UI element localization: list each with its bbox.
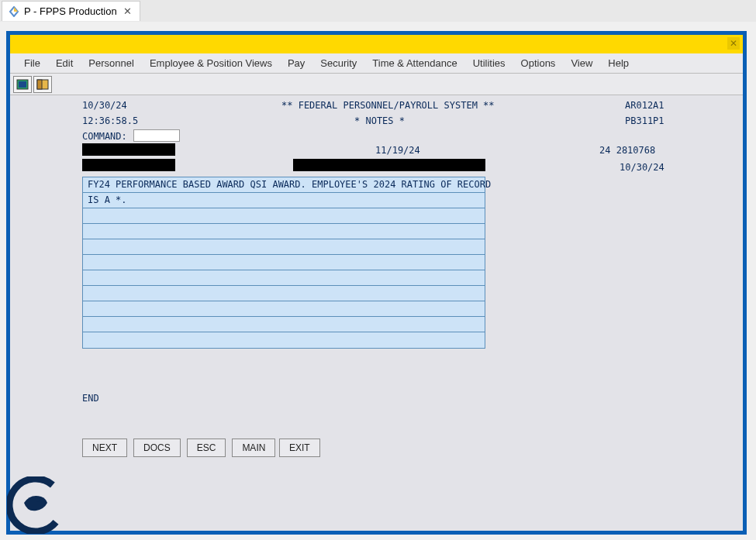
menu-options[interactable]: Options [513, 54, 564, 72]
batch-number: 24 2810768 [599, 145, 655, 156]
redacted-field [293, 159, 485, 171]
run-date: 10/30/24 [620, 162, 665, 173]
note-line[interactable] [83, 301, 485, 317]
note-line[interactable] [83, 208, 485, 224]
menu-pay[interactable]: Pay [280, 54, 312, 72]
note-line[interactable] [83, 332, 485, 348]
note-line[interactable] [83, 270, 485, 286]
screen-id: AR012A1 [625, 100, 665, 111]
toolbar [10, 74, 743, 95]
exit-button[interactable]: EXIT [279, 439, 320, 457]
toolbar-btn-panel-icon[interactable] [33, 76, 52, 93]
redacted-field [82, 143, 175, 156]
docs-button[interactable]: DOCS [133, 439, 181, 457]
browser-tab[interactable]: P - FPPS Production ✕ [2, 1, 140, 21]
note-line[interactable] [83, 224, 485, 239]
esc-button[interactable]: ESC [187, 439, 226, 457]
note-line[interactable] [83, 286, 485, 301]
note-line[interactable] [83, 239, 485, 255]
app-window: ✕ File Edit Personnel Employee & Positio… [6, 31, 747, 535]
header-date: 10/30/24 [82, 100, 127, 111]
menu-bar: File Edit Personnel Employee & Position … [10, 53, 743, 74]
note-line[interactable]: FY24 PERFORMANCE BASED AWARD QSI AWARD. … [83, 177, 485, 193]
menu-time-attendance[interactable]: Time & Attendance [364, 54, 464, 72]
menu-help[interactable]: Help [600, 54, 637, 72]
notes-box: FY24 PERFORMANCE BASED AWARD QSI AWARD. … [82, 177, 485, 349]
note-line[interactable] [83, 255, 485, 270]
app-icon [9, 6, 19, 17]
end-marker: END [82, 393, 99, 404]
browser-tab-bar: P - FPPS Production ✕ [0, 0, 756, 22]
menu-personnel[interactable]: Personnel [81, 54, 142, 72]
note-line[interactable] [83, 317, 485, 332]
menu-file[interactable]: File [16, 54, 48, 72]
system-title: ** FEDERAL PERSONNEL/PAYROLL SYSTEM ** [281, 100, 495, 111]
menu-utilities[interactable]: Utilities [465, 54, 513, 72]
agency-logo-icon [7, 476, 64, 534]
effective-date: 11/19/24 [375, 145, 420, 156]
svg-rect-5 [37, 80, 42, 89]
main-button[interactable]: MAIN [232, 439, 275, 457]
menu-security[interactable]: Security [312, 54, 364, 72]
command-label: COMMAND: [82, 131, 127, 142]
menu-view[interactable]: View [563, 54, 600, 72]
tab-close-icon[interactable]: ✕ [122, 5, 133, 17]
command-input[interactable] [133, 129, 180, 142]
tab-title: P - FPPS Production [24, 5, 117, 17]
next-button[interactable]: NEXT [82, 439, 127, 457]
panel-id: PB311P1 [625, 115, 665, 126]
menu-employee-position-views[interactable]: Employee & Position Views [142, 54, 280, 72]
toolbar-btn-screen-icon[interactable] [13, 76, 32, 93]
terminal-content: 10/30/24 ** FEDERAL PERSONNEL/PAYROLL SY… [10, 95, 743, 531]
svg-rect-3 [19, 81, 26, 88]
section-title: * NOTES * [354, 115, 405, 126]
svg-point-7 [36, 497, 40, 502]
window-close-icon[interactable]: ✕ [727, 37, 740, 50]
menu-edit[interactable]: Edit [48, 54, 81, 72]
title-bar: ✕ [10, 35, 743, 53]
note-line[interactable]: IS A *. [83, 193, 485, 208]
header-time: 12:36:58.5 [82, 115, 138, 126]
redacted-field [82, 159, 175, 171]
